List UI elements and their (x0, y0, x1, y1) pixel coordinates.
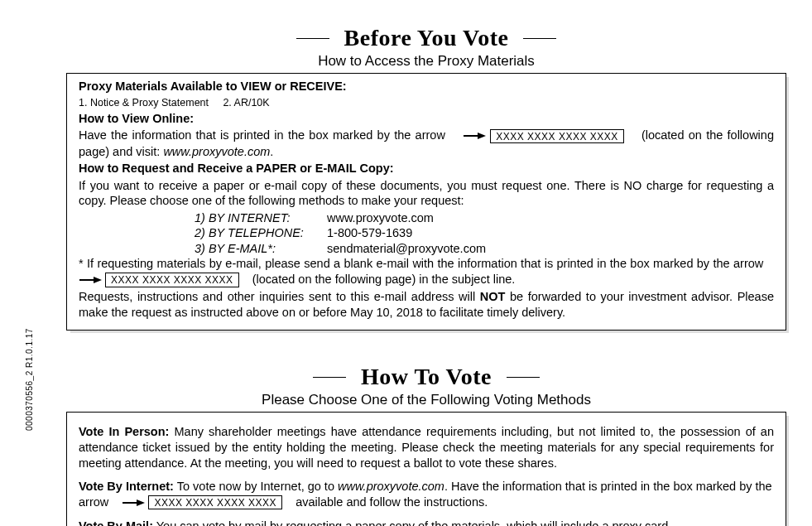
arrow-icon (122, 495, 145, 511)
materials-available-head: Proxy Materials Available to VIEW or REC… (79, 79, 774, 94)
arrow-icon (463, 128, 486, 144)
control-number-box: XXXX XXXX XXXX XXXX (148, 495, 282, 509)
before-vote-subtitle: How to Access the Proxy Materials (66, 53, 786, 70)
before-vote-title: Before You Vote (344, 25, 509, 51)
forward-warning: Requests, instructions and other inquiri… (79, 289, 774, 320)
dash-right (523, 38, 556, 39)
voting-methods-box: Vote In Person: Many shareholder meeting… (66, 412, 786, 526)
dash-right (507, 377, 540, 378)
dash-left (313, 377, 346, 378)
dash-left (296, 38, 329, 39)
how-to-vote-subtitle: Please Choose One of the Following Votin… (66, 392, 786, 408)
page-content: Before You Vote How to Access the Proxy … (66, 25, 786, 526)
vote-by-mail: Vote By Mail: You can vote by mail by re… (79, 519, 774, 526)
proxy-materials-box: Proxy Materials Available to VIEW or REC… (66, 73, 786, 331)
before-vote-header: Before You Vote How to Access the Proxy … (66, 25, 786, 70)
view-online-head: How to View Online: (79, 111, 774, 127)
svg-marker-1 (478, 133, 486, 139)
request-copy-body: If you want to receive a paper or e-mail… (79, 178, 774, 209)
how-to-vote-title: How To Vote (361, 364, 492, 390)
control-number-box: XXXX XXXX XXXX XXXX (490, 129, 624, 143)
email-request-note: * If requesting materials by e-mail, ple… (79, 256, 774, 287)
how-to-vote-header: How To Vote Please Choose One of the Fol… (66, 364, 786, 408)
request-methods: 1) BY INTERNET:www.proxyvote.com 2) BY T… (195, 210, 774, 257)
arrow-icon (79, 273, 102, 288)
svg-marker-5 (137, 499, 145, 506)
control-number-box: XXXX XXXX XXXX XXXX (105, 273, 239, 287)
vote-in-person: Vote In Person: Many shareholder meeting… (79, 424, 774, 471)
svg-marker-3 (94, 277, 102, 283)
request-copy-head: How to Request and Receive a PAPER or E-… (79, 161, 774, 176)
materials-available-list: 1. Notice & Proxy Statement 2. AR/10K (79, 96, 774, 109)
view-online-body: Have the information that is printed in … (79, 128, 774, 159)
vote-by-internet: Vote By Internet: To vote now by Interne… (79, 479, 774, 510)
side-code: 0000370556_2 R1.0.1.17 (25, 328, 34, 431)
